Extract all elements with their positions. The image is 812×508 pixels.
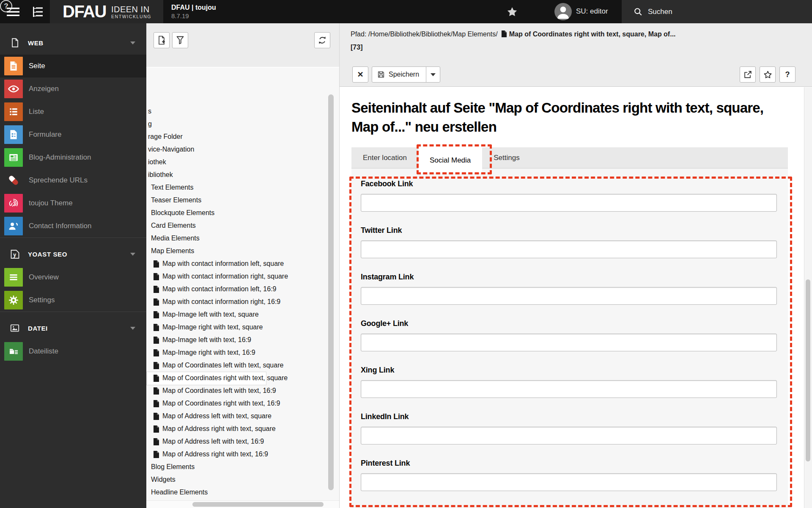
user-avatar[interactable]	[554, 3, 572, 20]
save-options-caret[interactable]	[426, 66, 440, 83]
tree-item-g[interactable]: g	[146, 118, 332, 130]
tree-item-iothek[interactable]: iothek	[146, 156, 332, 168]
image-outline-icon	[8, 322, 21, 334]
tab-social-media[interactable]: Social Media	[418, 147, 482, 173]
tree-item-teaser-elements[interactable]: Teaser Elements	[146, 194, 332, 207]
help-button[interactable]: ?	[779, 66, 796, 83]
tree-item-label: Map with contact information right, squa…	[162, 273, 288, 280]
tree-item-map-of-address-right-with-text-16-9[interactable]: Map of Address right with text, 16:9	[146, 448, 332, 461]
tree-item-map-image-left-with-text-square[interactable]: Map-Image left with text, square	[146, 308, 332, 321]
tree-item-map-of-address-left-with-text-square[interactable]: Map of Address left with text, square	[146, 410, 332, 422]
tree-item-headline-elements[interactable]: Headline Elements	[146, 486, 332, 499]
linkedin-link-input[interactable]	[361, 427, 777, 444]
twitter-link-input[interactable]	[361, 240, 777, 258]
page-file-icon	[153, 286, 159, 293]
save-split-button: Speichern	[372, 66, 440, 83]
close-button[interactable]: ✕	[352, 66, 368, 83]
tab-settings[interactable]: Settings	[482, 147, 531, 168]
sidebar-item-liste[interactable]: Liste	[0, 100, 146, 123]
tree-item-map-with-contact-information-left-16-9[interactable]: Map with contact information left, 16:9	[146, 283, 332, 295]
field-instagram-link: Instagram Link	[361, 273, 777, 305]
save-button[interactable]: Speichern	[372, 66, 426, 83]
new-page-icon[interactable]	[154, 32, 170, 48]
sidebar-item-toujou-theme[interactable]: toujou Theme	[0, 192, 146, 215]
sidebar-item-overview[interactable]: Overview	[0, 266, 146, 289]
page-file-icon	[153, 362, 159, 369]
content-area: Pfad: /Home/Bibliothek/Bibliothek/Map El…	[339, 23, 812, 508]
tab-enter-location[interactable]: Enter location	[351, 147, 418, 168]
field-facebook-link: Facebook Link	[361, 179, 777, 212]
page-file-icon	[153, 324, 159, 331]
tree-item-map-image-left-with-text-16-9[interactable]: Map-Image left with text, 16:9	[146, 334, 332, 346]
tree-item-map-with-contact-information-left-square[interactable]: Map with contact information left, squar…	[146, 257, 332, 270]
tree-item-map-of-address-left-with-text-16-9[interactable]: Map of Address left with text, 16:9	[146, 435, 332, 448]
tree-item-blog-elements[interactable]: Blog Elements	[146, 461, 332, 473]
sidebar-item-dateiliste[interactable]: Dateiliste	[0, 340, 146, 363]
tree-item-label: Map of Address right with text, square	[162, 425, 276, 433]
page-file-icon	[153, 438, 159, 445]
sidebar-item-seite[interactable]: Seite	[0, 55, 146, 77]
logo-brand-text: DFAU	[63, 2, 106, 21]
sidebar-item-sprechende-urls[interactable]: Sprechende URLs	[0, 169, 146, 192]
sidebar-item-label: Overview	[29, 273, 59, 282]
tree-item-map-image-right-with-text-square[interactable]: Map-Image right with text, square	[146, 321, 332, 334]
tree-item-label: Map of Address left with text, 16:9	[162, 438, 264, 445]
dfau-logo: DFAU IDEEN IN ENTWICKLUNG	[50, 0, 163, 23]
sidebar-item-contact-information[interactable]: Contact Information	[0, 215, 146, 237]
tree-item-label: Map Elements	[151, 247, 194, 255]
logo-tagline: IDEEN IN ENTWICKLUNG	[111, 5, 151, 19]
sidebar-item-blog-administration[interactable]: Blog-Administration	[0, 146, 146, 169]
social-media-form: Facebook LinkTwitter LinkInstagram LinkG…	[351, 168, 788, 508]
tree-item-map-image-right-with-text-16-9[interactable]: Map-Image right with text, 16:9	[146, 346, 332, 359]
sidebar-item-anzeigen[interactable]: Anzeigen	[0, 77, 146, 100]
tree-item-text-elements[interactable]: Text Elements	[146, 181, 332, 194]
xing-link-input[interactable]	[361, 380, 777, 398]
logged-in-user[interactable]: SU: editor	[576, 7, 608, 16]
tree-item-blockquote-elements[interactable]: Blockquote Elements	[146, 207, 332, 219]
google-link-input[interactable]	[361, 334, 777, 351]
tree-item-label: Media Elements	[151, 235, 200, 242]
bookmark-star-icon[interactable]	[506, 6, 518, 18]
instagram-link-input[interactable]	[361, 287, 777, 305]
tree-item-media-elements[interactable]: Media Elements	[146, 232, 332, 245]
sidebar-item-settings[interactable]: Settings	[0, 289, 146, 312]
menu-section-web: WEBSeiteAnzeigenListeFormulareBlog-Admin…	[0, 23, 146, 237]
tree-item-map-of-coordinates-left-with-text-16-9[interactable]: Map of Coordinates left with text, 16:9	[146, 384, 332, 397]
tree-item-vice-navigation[interactable]: vice-Navigation	[146, 143, 332, 156]
tree-item-map-with-contact-information-right-16-9[interactable]: Map with contact information right, 16:9	[146, 295, 332, 308]
bookmark-star-outline-button[interactable]	[760, 66, 776, 83]
path-label: Pfad:	[351, 30, 366, 38]
tree-item-map-of-address-right-with-text-square[interactable]: Map of Address right with text, square	[146, 422, 332, 435]
search-button[interactable]: Suchen	[622, 0, 812, 23]
hamburger-menu-icon[interactable]	[7, 8, 19, 16]
tree-item-ibliothek[interactable]: ibliothek	[146, 168, 332, 181]
tree-item-map-of-coordinates-right-with-text-square[interactable]: Map of Coordinates right with text, squa…	[146, 372, 332, 384]
tree-item-card-elements[interactable]: Card Elements	[146, 219, 332, 232]
docs-list-icon[interactable]	[32, 6, 44, 17]
tree-item-s[interactable]: s	[146, 105, 332, 118]
filter-icon[interactable]	[172, 32, 188, 48]
search-label: Suchen	[648, 8, 672, 16]
content-scrollbar[interactable]	[806, 279, 810, 461]
tree-item-map-elements[interactable]: Map Elements	[146, 245, 332, 257]
open-in-new-window-button[interactable]	[740, 66, 756, 83]
facebook-link-input[interactable]	[361, 194, 777, 212]
tree-item-map-of-coordinates-left-with-text-square[interactable]: Map of Coordinates left with text, squar…	[146, 359, 332, 372]
tree-item-label: rage Folder	[148, 133, 183, 141]
menu-section-header-datei[interactable]: DATEI	[0, 316, 146, 340]
pinterest-link-input[interactable]	[361, 473, 777, 491]
tree-item-map-with-contact-information-right-square[interactable]: Map with contact information right, squa…	[146, 270, 332, 283]
menu-lines-icon	[4, 268, 23, 287]
tree-horizontal-scrollbar[interactable]	[192, 502, 324, 507]
gear-icon	[4, 291, 23, 309]
tree-item-rage-folder[interactable]: rage Folder	[146, 130, 332, 143]
field-label-facebook-link: Facebook Link	[361, 179, 777, 188]
tree-item-widgets[interactable]: Widgets	[146, 473, 332, 486]
sidebar-item-formulare[interactable]: Formulare	[0, 123, 146, 146]
menu-section-header-yoast-seo[interactable]: yYOAST SEO	[0, 242, 146, 266]
menu-section-header-web[interactable]: WEB	[0, 31, 146, 55]
tree-vertical-scrollbar[interactable]	[328, 94, 334, 490]
refresh-icon[interactable]	[314, 32, 330, 48]
page-file-icon	[153, 298, 159, 306]
tree-item-map-of-coordinates-right-with-text-16-9[interactable]: Map of Coordinates right with text, 16:9	[146, 397, 332, 410]
